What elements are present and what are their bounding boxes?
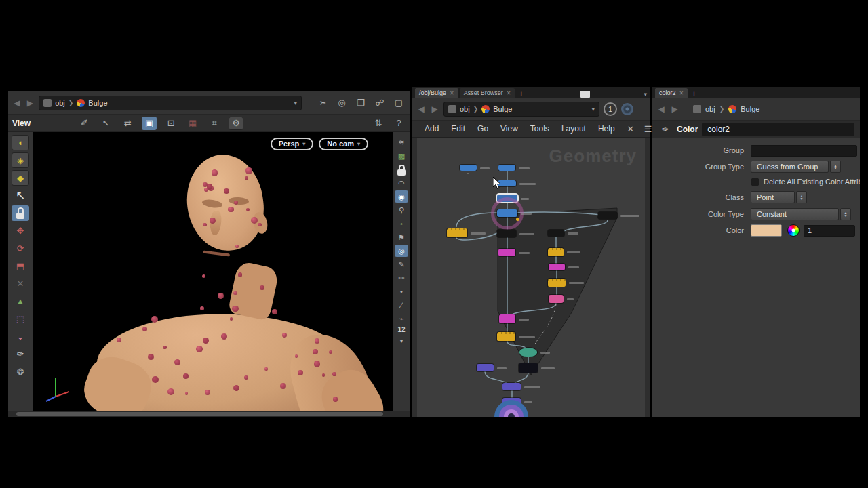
- color-type-spinner[interactable]: ▲▼: [840, 208, 851, 220]
- network-node[interactable]: [477, 364, 494, 371]
- breadcrumb-root[interactable]: obj: [55, 99, 65, 107]
- path-field[interactable]: obj ❯ Bulge ▾: [39, 96, 302, 110]
- network-vscrollbar[interactable]: [645, 138, 650, 417]
- falloff-icon[interactable]: ▲: [12, 293, 29, 309]
- back-icon[interactable]: ◀: [656, 104, 666, 114]
- dot-icon[interactable]: •: [395, 285, 408, 298]
- network-node[interactable]: [548, 279, 566, 287]
- network-node[interactable]: [548, 230, 564, 237]
- pane-menu-icon[interactable]: ▾: [644, 91, 647, 98]
- network-canvas[interactable]: Geometry: [417, 138, 645, 417]
- lock-icon[interactable]: [12, 205, 29, 221]
- ghost-other-icon[interactable]: ◠: [395, 177, 408, 189]
- globe-icon[interactable]: ❂: [12, 364, 29, 380]
- color-type-select[interactable]: Constant: [751, 208, 839, 220]
- tool-paint-icon[interactable]: ◆: [12, 170, 29, 186]
- network-path-field[interactable]: obj ❯ Bulge ▾: [443, 102, 599, 117]
- tool-lasso-icon[interactable]: ◖: [12, 135, 29, 150]
- pose-tool-icon[interactable]: ▣: [142, 117, 157, 130]
- tab-obj-bulge[interactable]: /obj/Bulge ✕: [415, 88, 458, 98]
- help-icon[interactable]: ?: [391, 117, 406, 130]
- snapshot-cube-icon[interactable]: ❒: [353, 96, 368, 110]
- ghost-objects-icon[interactable]: ▩: [395, 150, 408, 162]
- viewport-hscrollbar[interactable]: [8, 411, 410, 417]
- back-icon[interactable]: ◀: [416, 104, 426, 114]
- network-node[interactable]: [519, 348, 537, 357]
- move-tool-icon[interactable]: ⇄: [120, 117, 135, 130]
- shade-mode-icon[interactable]: ◎: [395, 245, 408, 257]
- new-tab-button[interactable]: +: [689, 89, 698, 98]
- tool-sculpt-icon[interactable]: ◈: [12, 152, 29, 168]
- menu-view[interactable]: View: [495, 123, 524, 135]
- translate-handle-icon[interactable]: ✥: [12, 223, 29, 239]
- network-node[interactable]: [497, 230, 516, 237]
- network-node[interactable]: [497, 332, 515, 341]
- peanut-handle-icon[interactable]: ✕: [12, 276, 29, 291]
- pin-icon[interactable]: ➣: [315, 96, 330, 110]
- group-input[interactable]: [751, 145, 857, 157]
- flipbook-icon[interactable]: ⌗: [207, 117, 222, 130]
- breadcrumb-root[interactable]: obj: [460, 105, 470, 113]
- menu-add[interactable]: Add: [419, 123, 444, 135]
- network-node[interactable]: [549, 264, 565, 270]
- network-node[interactable]: [497, 209, 517, 217]
- hide-objects-icon[interactable]: ≋: [395, 136, 408, 148]
- class-select[interactable]: Point: [751, 191, 795, 203]
- tab-asset-browser[interactable]: Asset Browser ✕: [460, 88, 515, 98]
- menu-go[interactable]: Go: [472, 123, 494, 135]
- view-current-icon[interactable]: ◉: [395, 190, 408, 203]
- node-flag-badge[interactable]: [516, 218, 519, 221]
- network-node[interactable]: [502, 383, 521, 390]
- color-wheel-icon[interactable]: [787, 224, 800, 237]
- network-node[interactable]: [519, 363, 538, 373]
- floating-panel-icon[interactable]: ▢: [391, 96, 406, 110]
- group-type-select[interactable]: Guess from Group: [751, 161, 829, 173]
- color-value-input[interactable]: 1: [804, 225, 855, 237]
- select-mode-icon[interactable]: ↖: [12, 188, 29, 203]
- radial-menu-icon[interactable]: [621, 103, 633, 115]
- edit-region-icon[interactable]: ⬚: [12, 311, 29, 327]
- network-node[interactable]: [460, 165, 477, 171]
- slash-icon[interactable]: ∕: [395, 299, 408, 311]
- points-display-icon[interactable]: ◦: [395, 218, 408, 230]
- soft-brush-icon[interactable]: ⌄: [12, 329, 29, 344]
- strip-chevron-icon[interactable]: ▾: [395, 335, 408, 347]
- sort-icon[interactable]: ⇅: [371, 117, 386, 130]
- network-node[interactable]: [598, 212, 617, 219]
- network-node[interactable]: [548, 248, 564, 256]
- camera-select-button[interactable]: No cam ▾: [319, 138, 368, 150]
- menu-edit[interactable]: Edit: [446, 123, 471, 135]
- forward-icon[interactable]: ▶: [430, 104, 439, 114]
- character-link-icon[interactable]: ☍: [372, 96, 387, 110]
- tab-color2[interactable]: color2 ✕: [655, 88, 688, 98]
- pen-icon[interactable]: ⌁: [395, 312, 408, 325]
- path-dropdown-icon[interactable]: ▾: [591, 106, 595, 113]
- path-dropdown-icon[interactable]: ▾: [294, 100, 297, 106]
- group-type-spinner[interactable]: ▲▼: [830, 161, 841, 173]
- radar-icon[interactable]: ◎: [334, 96, 349, 110]
- back-icon[interactable]: ◀: [12, 98, 22, 108]
- menu-tools[interactable]: Tools: [525, 123, 555, 135]
- color-swatch[interactable]: [751, 224, 782, 237]
- network-node[interactable]: [447, 228, 467, 237]
- viewport-3d[interactable]: Persp ▾ No cam ▾: [33, 132, 393, 411]
- lock-camera-icon[interactable]: [395, 163, 408, 176]
- persp-view-button[interactable]: Persp ▾: [271, 138, 314, 150]
- snapshot-count-badge[interactable]: 1: [604, 102, 617, 116]
- close-tab-icon[interactable]: ✕: [679, 90, 684, 96]
- delete-color-attributes-checkbox[interactable]: [751, 178, 760, 186]
- breadcrumb-node[interactable]: Bulge: [493, 105, 512, 113]
- snap-options-icon[interactable]: ▦: [185, 117, 200, 130]
- network-node[interactable]: [499, 314, 515, 323]
- network-node[interactable]: [549, 295, 564, 303]
- close-tab-icon[interactable]: ✕: [450, 90, 454, 96]
- normals-icon[interactable]: ✏: [395, 272, 408, 284]
- network-node[interactable]: [498, 165, 515, 171]
- forward-icon[interactable]: ▶: [26, 98, 35, 108]
- breadcrumb-root[interactable]: obj: [705, 105, 715, 113]
- box-zoom-icon[interactable]: ⊡: [163, 117, 178, 130]
- select-arrow-icon[interactable]: ↖: [98, 117, 113, 130]
- lights-icon[interactable]: ⚲: [395, 204, 408, 216]
- close-tab-icon[interactable]: ✕: [507, 90, 511, 96]
- markers-icon[interactable]: ⚑: [395, 231, 408, 243]
